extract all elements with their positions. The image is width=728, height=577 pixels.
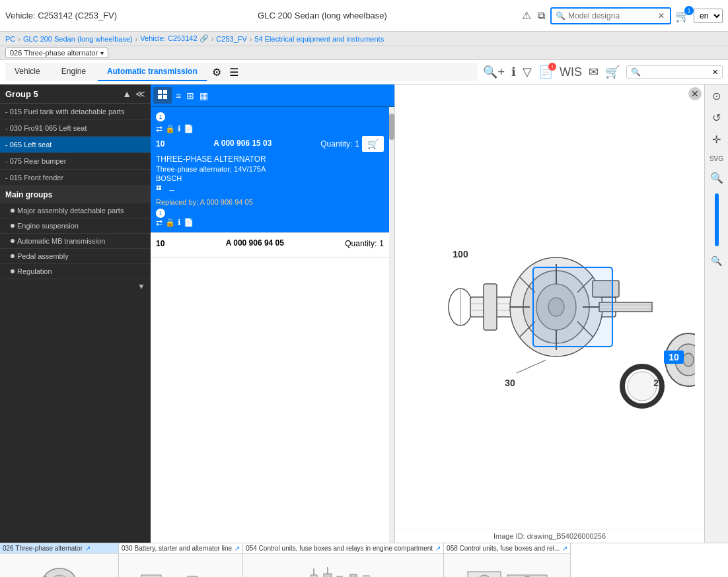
breadcrumb-electrical[interactable]: 54 Electrical equipment and instruments	[254, 35, 384, 43]
sidebar-header: Group 5 ▲ ≪	[0, 85, 151, 104]
zoom-in-icon[interactable]: 🔍+	[483, 65, 505, 79]
breadcrumb-c253fv[interactable]: C253_FV	[216, 35, 246, 43]
sidebar-item-front-fender[interactable]: - 015 Front fender	[0, 170, 151, 186]
parts-list: 1 ⇄ 🔒 ℹ 📄 10 A 000 906 15 03 Quantity: 1	[151, 107, 389, 543]
zoom-in-right-icon[interactable]: 🔍	[708, 169, 726, 187]
sub-breadcrumb-label: 026 Three-phase alternator	[10, 49, 98, 57]
sidebar-item-030[interactable]: - 030 Fro91 065 Left seat	[0, 120, 151, 137]
sidebar-group-engine-suspension[interactable]: Engine suspension	[0, 219, 151, 234]
thumbnail-label-1: 026 Three-phase alternator	[3, 545, 83, 552]
sidebar-item-fuel-tank[interactable]: - 015 Fuel tank with detachable parts	[0, 104, 151, 120]
quantity-label-1: Quantity:	[320, 139, 352, 149]
breadcrumb-model[interactable]: GLC 200 Sedan (long wheelbase)	[23, 35, 133, 43]
top-cart[interactable]: 🛒 1	[675, 9, 690, 23]
copy-icon[interactable]: ⧉	[536, 9, 546, 23]
tabs-bar: Vehicle Engine Automatic transmission ⚙ …	[5, 63, 478, 81]
wheel-icon[interactable]: ⊙	[710, 87, 723, 105]
warning-icon[interactable]: ⚠	[521, 8, 532, 23]
external-link-icon-4[interactable]: ↗	[562, 545, 567, 552]
sidebar-group-pedal-assembly[interactable]: Pedal assembly	[0, 249, 151, 264]
tab-vehicle[interactable]: Vehicle	[5, 63, 50, 81]
thumbnails-bar: 026 Three-phase alternator ↗ 030 Battery…	[0, 543, 728, 577]
thumbnail-label-4: 058 Control units, fuse boxes and rel...	[447, 545, 560, 552]
history-icon[interactable]: ↺	[710, 109, 723, 127]
sidebar-item-rear-bumper[interactable]: - 075 Rear bumper	[0, 153, 151, 170]
collapse-icon[interactable]: ▲	[122, 88, 131, 99]
toolbar-search-clear[interactable]: ✕	[712, 68, 718, 77]
dot-icon	[11, 269, 15, 273]
svg-rect-55	[350, 574, 357, 578]
svg-rect-0	[158, 90, 162, 94]
right-tools: ⊙ ↺ ✛ SVG 🔍 🔍	[704, 85, 728, 543]
crosshair-icon[interactable]: ✛	[710, 131, 723, 149]
document-alert-icon[interactable]: 📄 !	[538, 65, 553, 79]
dot-icon	[11, 254, 15, 258]
sidebar-group-auto-mb-trans[interactable]: Automatic MB transmission	[0, 234, 151, 249]
part-item-1[interactable]: 1 ⇄ 🔒 ℹ 📄 10 A 000 906 15 03 Quantity: 1	[151, 107, 389, 233]
part-name-1: THREE-PHASE ALTERNATOR	[156, 154, 384, 164]
svg-line-37	[517, 360, 546, 373]
transfer-icon-2: ⇄	[156, 218, 163, 227]
add-to-cart-btn-1[interactable]: 🛒	[362, 136, 384, 152]
thumbnail-item-1[interactable]: 026 Three-phase alternator ↗	[0, 543, 119, 577]
breadcrumb-pc[interactable]: PC	[5, 35, 15, 43]
filter-icon[interactable]: ☰	[227, 63, 241, 81]
close-sidebar-icon[interactable]: ≪	[135, 88, 145, 99]
zoom-slider[interactable]	[715, 193, 719, 246]
part-id-1: A 000 906 15 03	[213, 139, 272, 148]
external-link-icon-1[interactable]: ↗	[85, 545, 91, 552]
thumbnail-item-2[interactable]: 030 Battery, starter and alternator line…	[119, 543, 243, 577]
breadcrumb-vehicle[interactable]: Vehicle: C253142 🔗	[140, 34, 208, 43]
part-brand-1: BOSCH	[156, 174, 384, 182]
filter-funnel-icon[interactable]: ▽	[523, 65, 532, 79]
dot-icon	[11, 209, 15, 213]
thumbnail-item-4[interactable]: 058 Control units, fuse boxes and rel...…	[444, 543, 571, 577]
external-link-icon-3[interactable]: ↗	[435, 545, 441, 552]
part-replaced-1: Replaced by: A 000 906 94 05	[156, 198, 384, 206]
toolbar-search-input[interactable]	[643, 67, 710, 77]
copy-icon-part: 📄	[184, 124, 194, 133]
cart-badge: 1	[684, 6, 694, 15]
language-select[interactable]: en de	[694, 9, 723, 23]
parts-list-view-icon[interactable]: ≡	[174, 89, 182, 102]
technical-drawing: 100 20 30 10	[404, 182, 695, 432]
svg-rect-6	[157, 188, 159, 190]
toolbar-cart-icon[interactable]: 🛒	[605, 65, 620, 79]
image-area: 100 20 30 10	[395, 85, 704, 529]
top-search-box: 🔍 ✕	[550, 7, 671, 24]
parts-image-view-icon[interactable]: ▦	[198, 89, 209, 102]
parts-thumbnail-icon	[153, 87, 172, 104]
thumbnail-item-3[interactable]: 054 Control units, fuse boxes and relays…	[243, 543, 444, 577]
svg-rect-36	[533, 267, 612, 347]
top-search-input[interactable]	[568, 11, 654, 20]
transfer-icon: ⇄	[156, 124, 163, 133]
parts-scrollbar[interactable]	[389, 107, 394, 543]
label-20: 20	[653, 378, 664, 388]
external-link-icon-2[interactable]: ↗	[235, 545, 240, 552]
clear-search-icon[interactable]: ✕	[657, 10, 666, 22]
sidebar-group-regulation[interactable]: Regulation	[0, 264, 151, 279]
scroll-down-icon[interactable]: ▼	[137, 282, 145, 291]
svg-rect-4	[157, 186, 159, 187]
svg-rect-7	[159, 188, 161, 190]
wis-icon[interactable]: WIS	[560, 65, 582, 79]
sub-breadcrumb-alternator[interactable]: 026 Three-phase alternator ▾	[5, 48, 108, 58]
part-item-2[interactable]: 10 A 000 906 94 05 Quantity: 1	[151, 233, 389, 257]
tab-automatic-transmission[interactable]: Automatic transmission	[98, 63, 207, 81]
dot-icon	[11, 239, 15, 243]
top-bar: Vehicle: C253142 (C253_FV) GLC 200 Sedan…	[0, 0, 728, 32]
part-id-2: A 000 906 94 05	[226, 238, 284, 248]
parts-grid-view-icon[interactable]: ⊞	[185, 89, 196, 102]
tab-engine[interactable]: Engine	[52, 63, 95, 81]
sidebar-item-left-seat[interactable]: - 065 Left seat	[0, 137, 151, 153]
settings-icon[interactable]: ⚙	[209, 63, 224, 81]
zoom-out-right-icon[interactable]: 🔍	[708, 253, 725, 269]
dot-icon	[11, 224, 15, 228]
svg-icon[interactable]: SVG	[707, 153, 726, 165]
sidebar-group-major-assembly[interactable]: Major assembly detachable parts	[0, 203, 151, 219]
info-icon[interactable]: ℹ	[511, 65, 516, 79]
quantity-label-2: Quantity:	[345, 239, 377, 248]
email-icon[interactable]: ✉	[589, 65, 599, 79]
top-bar-icons: ⚠ ⧉ 🔍 ✕ 🛒 1 en de	[521, 7, 723, 24]
lock-icon: 🔒	[165, 124, 175, 133]
